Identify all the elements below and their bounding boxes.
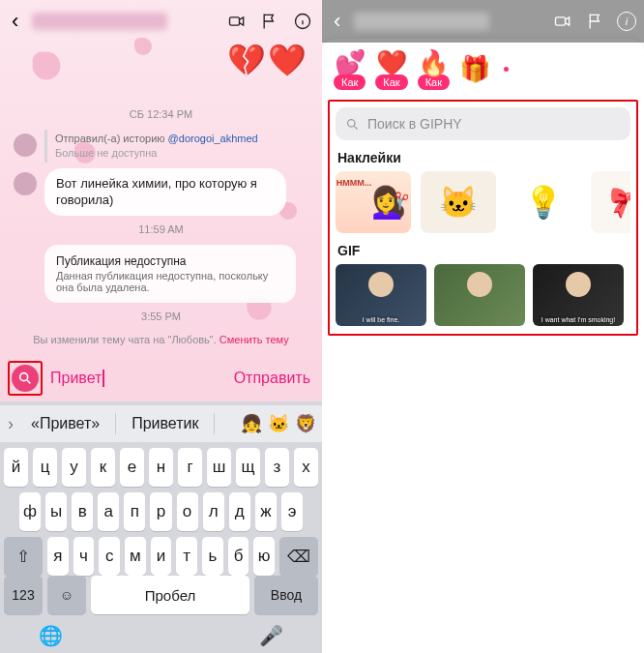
gif-row[interactable]: I will be fine. I want what I'm smoking! bbox=[336, 264, 630, 326]
theme-hearts: 💔 ❤️ bbox=[227, 45, 307, 75]
message-bubble[interactable]: Вот линейка химии, про которую я говорил… bbox=[44, 168, 286, 217]
suggestion[interactable]: «Привет» bbox=[23, 415, 107, 432]
key-row: фывапролджэ bbox=[0, 487, 322, 531]
key-я[interactable]: я bbox=[47, 537, 69, 576]
numbers-key[interactable]: 123 bbox=[4, 576, 43, 614]
globe-icon[interactable]: 🌐 bbox=[39, 624, 63, 647]
flag-icon[interactable] bbox=[584, 10, 607, 33]
key-ы[interactable]: ы bbox=[45, 492, 67, 531]
key-к[interactable]: к bbox=[91, 448, 115, 487]
compose-bar: Привет Отправить bbox=[0, 355, 322, 401]
sticker-item[interactable]: 💡 bbox=[506, 171, 581, 233]
shift-key[interactable]: ⇧ bbox=[4, 537, 43, 576]
enter-key[interactable]: Ввод bbox=[254, 576, 318, 614]
suggestion[interactable]: Приветик bbox=[124, 415, 206, 432]
key-э[interactable]: э bbox=[281, 492, 303, 531]
key-щ[interactable]: щ bbox=[236, 448, 260, 487]
avatar[interactable] bbox=[14, 172, 37, 195]
sticker-row[interactable]: HMMM...💇‍♀️ 🐱 💡 🎀 bbox=[336, 171, 630, 233]
sticker-item[interactable]: 🐱 bbox=[421, 171, 496, 233]
text-caret bbox=[102, 370, 104, 387]
key-х[interactable]: х bbox=[294, 448, 318, 487]
gif-search-button[interactable] bbox=[12, 365, 39, 392]
key-й[interactable]: й bbox=[4, 448, 28, 487]
key-с[interactable]: с bbox=[99, 537, 120, 576]
chat-title-blurred[interactable] bbox=[32, 13, 167, 30]
reaction-hearts[interactable]: 💕Как bbox=[334, 48, 366, 90]
svg-point-4 bbox=[348, 119, 356, 127]
key-в[interactable]: в bbox=[72, 492, 93, 531]
right-phone: ‹ i 💕Как ❤️Как 🔥Как 🎁 Поиск в GIPHY Накл… bbox=[322, 0, 644, 653]
dimmed-chat-header: ‹ i bbox=[322, 0, 644, 43]
key-п[interactable]: п bbox=[124, 492, 145, 531]
key-ш[interactable]: ш bbox=[207, 448, 231, 487]
key-т[interactable]: т bbox=[176, 537, 197, 576]
flag-icon[interactable] bbox=[258, 10, 281, 33]
key-ц[interactable]: ц bbox=[33, 448, 57, 487]
key-ф[interactable]: ф bbox=[19, 492, 41, 531]
sticker-item[interactable]: HMMM...💇‍♀️ bbox=[336, 171, 411, 233]
gif-search-highlight bbox=[8, 361, 43, 396]
key-ь[interactable]: ь bbox=[202, 537, 223, 576]
key-б[interactable]: б bbox=[228, 537, 249, 576]
gif-sheet: 💕Как ❤️Как 🔥Как 🎁 Поиск в GIPHY Наклейки… bbox=[322, 39, 644, 653]
key-е[interactable]: е bbox=[120, 448, 144, 487]
change-theme-link[interactable]: Сменить тему bbox=[220, 334, 289, 345]
reaction-gift[interactable]: 🎁 bbox=[459, 54, 490, 84]
key-и[interactable]: и bbox=[151, 537, 172, 576]
key-у[interactable]: у bbox=[62, 448, 86, 487]
emoji-suggestion[interactable]: 🦁 bbox=[295, 413, 316, 434]
gif-item[interactable]: I will be fine. bbox=[336, 264, 426, 326]
key-м[interactable]: м bbox=[125, 537, 146, 576]
chat-header: ‹ bbox=[0, 0, 322, 43]
space-key[interactable]: Пробел bbox=[91, 576, 249, 614]
send-button[interactable]: Отправить bbox=[230, 370, 314, 387]
key-о[interactable]: о bbox=[177, 492, 198, 531]
gif-item[interactable]: I want what I'm smoking! bbox=[533, 264, 624, 326]
key-з[interactable]: з bbox=[265, 448, 289, 487]
timestamp: 3:55 PM bbox=[14, 311, 308, 322]
broken-heart-icon: 💔 bbox=[227, 45, 266, 75]
back-icon[interactable]: ‹ bbox=[8, 9, 22, 34]
reaction-heart[interactable]: ❤️Как bbox=[375, 48, 407, 90]
reaction-fire[interactable]: 🔥Как bbox=[418, 48, 450, 90]
svg-rect-3 bbox=[556, 17, 566, 25]
gif-item[interactable] bbox=[434, 264, 525, 326]
key-ж[interactable]: ж bbox=[255, 492, 277, 531]
story-reply-ref[interactable]: Отправил(-а) историю @dorogoi_akhmed Бол… bbox=[44, 130, 258, 163]
giphy-search-placeholder: Поиск в GIPHY bbox=[367, 116, 462, 132]
message-row: Вот линейка химии, про которую я говорил… bbox=[14, 168, 308, 217]
key-р[interactable]: р bbox=[150, 492, 171, 531]
key-д[interactable]: д bbox=[229, 492, 250, 531]
video-call-icon[interactable] bbox=[551, 10, 574, 33]
key-н[interactable]: н bbox=[149, 448, 173, 487]
emoji-suggestion[interactable]: 🐱 bbox=[268, 413, 289, 434]
avatar[interactable] bbox=[14, 134, 37, 157]
more-indicator bbox=[504, 67, 509, 72]
chevron-right-icon[interactable]: › bbox=[6, 414, 15, 434]
key-ч[interactable]: ч bbox=[73, 537, 95, 576]
mic-icon[interactable]: 🎤 bbox=[259, 624, 283, 647]
emoji-key[interactable]: ☺ bbox=[47, 576, 86, 614]
info-icon[interactable]: i bbox=[617, 12, 636, 31]
giphy-search[interactable]: Поиск в GIPHY bbox=[336, 107, 630, 140]
key-г[interactable]: г bbox=[178, 448, 202, 487]
suggestion-bar: › «Привет» Приветик 👧 🐱 🦁 bbox=[0, 405, 322, 442]
timestamp: 11:59 AM bbox=[14, 223, 308, 235]
back-icon[interactable]: ‹ bbox=[330, 9, 344, 34]
key-ю[interactable]: ю bbox=[253, 537, 275, 576]
message-input[interactable]: Привет bbox=[50, 370, 102, 387]
key-л[interactable]: л bbox=[203, 492, 224, 531]
left-phone: ‹ 💔 ❤️ СБ 12:34 PM Отправил(-а) историю … bbox=[0, 0, 322, 653]
chat-messages[interactable]: СБ 12:34 PM Отправил(-а) историю @dorogo… bbox=[0, 43, 322, 355]
chat-title-blurred bbox=[354, 13, 489, 30]
info-icon[interactable] bbox=[291, 10, 314, 33]
key-row: йцукенгшщзх bbox=[0, 442, 322, 487]
unavailable-post-card[interactable]: Публикация недоступна Данная публикация … bbox=[44, 245, 296, 303]
video-call-icon[interactable] bbox=[225, 10, 249, 33]
mention-link[interactable]: @dorogoi_akhmed bbox=[168, 133, 258, 144]
backspace-key[interactable]: ⌫ bbox=[279, 537, 318, 576]
sticker-item[interactable]: 🎀 bbox=[591, 171, 630, 233]
key-а[interactable]: а bbox=[98, 492, 119, 531]
emoji-suggestion[interactable]: 👧 bbox=[241, 413, 262, 434]
